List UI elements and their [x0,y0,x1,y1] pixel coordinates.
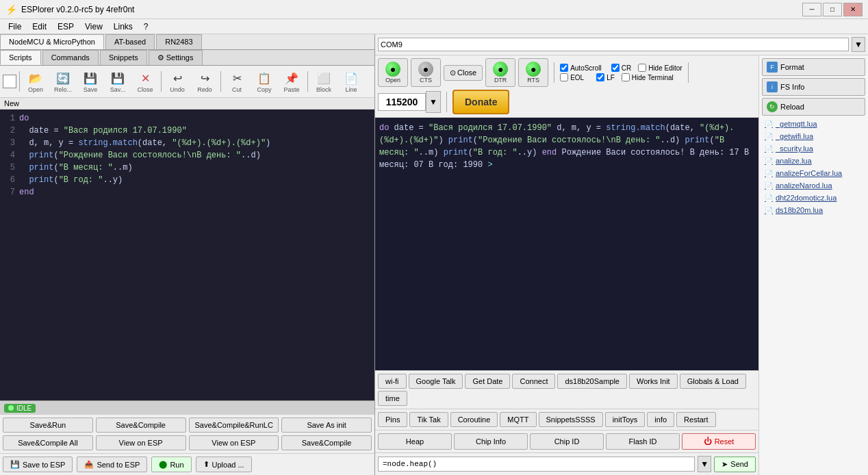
tik-tak-button[interactable]: Tik Tak [409,412,448,427]
reload-files-icon: ↻ [767,101,778,112]
dtr-button[interactable]: ● DTR [485,58,515,87]
reload-button[interactable]: 🔄 Relo... [50,68,76,94]
tab-atbased[interactable]: AT-based [105,34,155,49]
reload-files-button[interactable]: ↻ Reload [762,98,865,116]
restart-button[interactable]: Restart [676,412,715,427]
save-run-button[interactable]: Save&Run [3,418,93,433]
mqtt-button[interactable]: MQTT [500,412,536,427]
file-name-3: _scurity.lua [776,144,813,153]
coroutine-button[interactable]: Coroutine [450,412,498,427]
file-item-2[interactable]: 📄 _getwifi.lua [762,130,865,142]
pins-button[interactable]: Pins [378,412,407,427]
code-editor[interactable]: 1234567 do date = "Вася родился 17.07.19… [0,110,374,400]
command-input[interactable] [378,457,695,472]
hide-editor-checkbox[interactable] [638,64,646,72]
file-item[interactable]: 📄 _getmqtt.lua [762,118,865,130]
file-item-6[interactable]: 📄 analizeNarod.lua [762,179,865,192]
view-on-esp-button1[interactable]: View on ESP [96,435,186,450]
tab-commands[interactable]: Commands [42,50,99,65]
tab-nodemcu[interactable]: NodeMCU & MicroPython [0,34,104,49]
inittoys-button[interactable]: initToys [605,412,646,427]
save-button[interactable]: 💾 Save [77,68,103,94]
cut-button[interactable]: ✂ Cut [224,68,250,94]
save-compile-button2[interactable]: Save&Compile [281,435,372,450]
select-all-checkbox[interactable] [3,75,16,88]
view-on-esp-button2[interactable]: View on ESP [189,435,279,450]
file-panel: F Format i FS Info ↻ Reload 📄 _getmqtt.l… [758,55,868,475]
save-compile-all-button[interactable]: Save&Compile All [3,435,93,450]
google-talk-button[interactable]: Google Talk [409,374,463,389]
file-item-8[interactable]: 📄 ds18b20m.lua [762,204,865,216]
cmd-history-dropdown[interactable]: ▼ [698,456,711,472]
open-button[interactable]: 📂 Open [23,68,49,94]
tab-scripts[interactable]: Scripts [0,50,41,65]
line-button[interactable]: 📄 Line [338,68,364,94]
save-compile-runlc-button[interactable]: Save&Compile&RunLC [189,418,279,433]
reload-label: Relo... [54,86,72,93]
chip-id-button[interactable]: Chip ID [530,433,604,450]
format-button[interactable]: F Format [762,58,865,76]
file-item-5[interactable]: 📄 analizeForCellar.lua [762,167,865,179]
run-icon: ⬤ [159,460,167,469]
maximize-button[interactable]: □ [823,3,842,16]
close-file-button[interactable]: ✕ Close [132,68,158,94]
connect-button[interactable]: Connect [512,374,555,389]
terminal-output[interactable]: do date = "Вася родился 17.07.1990" d, m… [375,118,758,370]
donate-button[interactable]: Donate [452,90,509,114]
baud-rate-dropdown[interactable]: ▼ [426,91,441,113]
saveas-button[interactable]: 💾 Sav... [105,68,131,94]
send-button[interactable]: ➤ Send [714,457,756,472]
cts-button[interactable]: ● CTS [411,58,441,87]
tab-settings[interactable]: ⚙ Settings [149,50,203,65]
copy-button[interactable]: 📋 Copy [251,68,277,94]
works-init-button[interactable]: Works Init [629,374,678,389]
minimize-button[interactable]: ─ [802,3,821,16]
com-port-input[interactable] [378,38,849,51]
save-to-esp-button[interactable]: 💾 Save to ESP [3,457,73,472]
globals-load-button[interactable]: Globals & Load [680,374,746,389]
menu-help[interactable]: ? [138,21,154,33]
lf-checkbox[interactable] [596,73,604,81]
fs-info-button[interactable]: i FS Info [762,78,865,96]
get-date-button[interactable]: Get Date [465,374,510,389]
close-port-button[interactable]: ⊙ Close [444,65,483,81]
send-to-esp-button[interactable]: 📤 Send to ESP [77,457,147,472]
menu-esp[interactable]: ESP [52,21,79,33]
run-button[interactable]: ⬤ Run [151,457,191,472]
chip-info-button[interactable]: Chip Info [454,433,528,450]
rts-button[interactable]: ● RTS [518,58,548,87]
save-as-init-button[interactable]: Save As init [281,418,372,433]
menu-view[interactable]: View [79,21,108,33]
file-item-3[interactable]: 📄 _scurity.lua [762,142,865,155]
undo-button[interactable]: ↩ Undo [164,68,190,94]
close-button[interactable]: ✕ [843,3,863,16]
save-compile-button[interactable]: Save&Compile [96,418,186,433]
block-button[interactable]: ⬜ Block [311,68,337,94]
file-item-4[interactable]: 📄 analize.lua [762,155,865,167]
snippets-button[interactable]: SnippetsSSSS [539,412,603,427]
wifi-button[interactable]: wi-fi [378,374,407,389]
save-label: Save [84,86,98,93]
menu-links[interactable]: Links [108,21,138,33]
time-button[interactable]: time [378,391,407,406]
open-port-button[interactable]: ● Open [378,58,408,87]
eol-checkbox[interactable] [560,73,568,81]
upload-button[interactable]: ⬆ Upload ... [196,457,252,472]
hide-terminal-checkbox[interactable] [622,73,630,81]
menu-edit[interactable]: Edit [27,21,52,33]
tab-snippets[interactable]: Snippets [100,50,147,65]
tab-rn2483[interactable]: RN2483 [156,34,201,49]
file-item-7[interactable]: 📄 dht22domoticz.lua [762,192,865,204]
com-port-dropdown[interactable]: ▼ [852,37,865,52]
autoscroll-checkbox[interactable] [560,64,568,72]
ds18b20sample-button[interactable]: ds18b20Sample [557,374,627,389]
code-content[interactable]: do date = "Вася родился 17.07.1990" d, m… [19,112,372,398]
cr-checkbox[interactable] [611,64,620,72]
paste-button[interactable]: 📌 Paste [279,68,305,94]
reset-button[interactable]: ⏻ Reset [682,433,756,450]
menu-file[interactable]: File [3,21,27,33]
info-button[interactable]: info [647,412,674,427]
flash-id-button[interactable]: Flash ID [606,433,680,450]
redo-button[interactable]: ↪ Redo [192,68,218,94]
heap-button[interactable]: Heap [378,433,452,450]
